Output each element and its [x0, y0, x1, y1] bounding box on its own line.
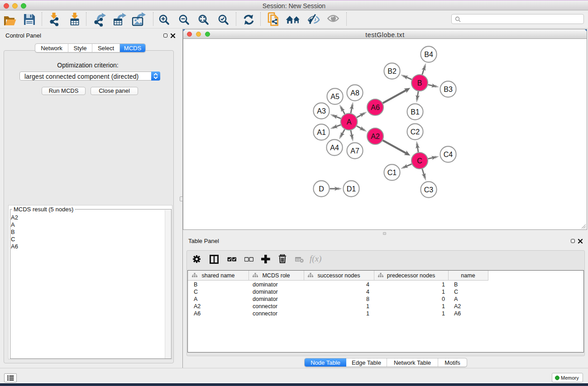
svg-text:A: A	[347, 118, 352, 126]
svg-text:B1: B1	[411, 108, 420, 116]
svg-text:C3: C3	[424, 186, 434, 194]
svg-text:C: C	[417, 157, 422, 165]
svg-text:A6: A6	[371, 104, 380, 111]
svg-text:D: D	[319, 185, 324, 193]
svg-text:A7: A7	[350, 147, 359, 155]
svg-text:B4: B4	[424, 51, 433, 58]
svg-text:A2: A2	[371, 133, 380, 140]
svg-text:C1: C1	[387, 169, 397, 176]
svg-text:A1: A1	[317, 129, 326, 136]
svg-text:A5: A5	[330, 93, 339, 100]
svg-text:A8: A8	[350, 89, 359, 97]
svg-text:A4: A4	[330, 144, 339, 152]
svg-text:A3: A3	[317, 107, 326, 115]
svg-text:B2: B2	[387, 67, 397, 75]
svg-text:C4: C4	[444, 151, 453, 158]
svg-text:B: B	[417, 79, 422, 87]
svg-text:B3: B3	[444, 86, 453, 93]
svg-text:C2: C2	[411, 128, 420, 136]
svg-text:D1: D1	[347, 185, 356, 193]
